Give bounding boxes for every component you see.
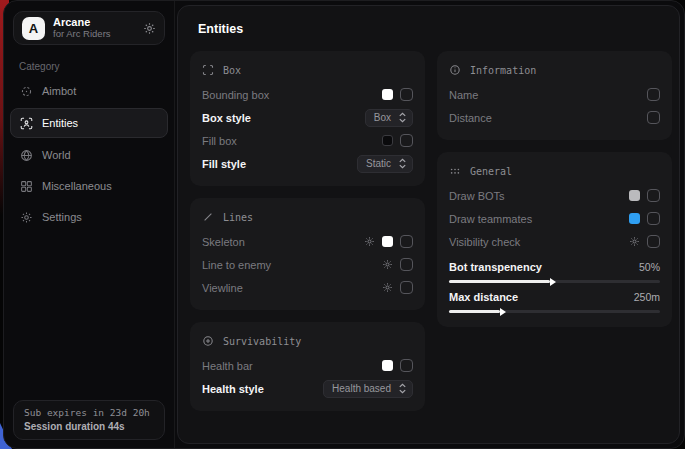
max-distance-slider[interactable] — [449, 310, 660, 313]
desktop: A Arcane for Arc Riders Category — [0, 0, 685, 449]
setting-row-viewline: Viewline — [202, 276, 413, 299]
chevron-up-down-icon — [398, 383, 407, 394]
sidebar-item-label: Entities — [42, 117, 78, 129]
setting-label: Draw BOTs — [449, 190, 505, 202]
box-corners-icon — [202, 64, 214, 76]
checkbox[interactable] — [400, 281, 413, 294]
color-swatch[interactable] — [382, 89, 393, 100]
gear-icon[interactable] — [382, 282, 393, 293]
checkbox[interactable] — [647, 212, 660, 225]
setting-row-visibility-check: Visibility check — [449, 230, 660, 253]
setting-row-line-to-enemy: Line to enemy — [202, 253, 413, 276]
section-title: Information — [470, 65, 536, 76]
gear-icon[interactable] — [629, 236, 640, 247]
gear-icon — [20, 211, 33, 224]
sidebar: A Arcane for Arc Riders Category — [4, 1, 175, 448]
sidebar-item-miscellaneous[interactable]: Miscellaneous — [10, 172, 168, 200]
bot-transparency-slider-group: Bot transpenency 50% — [449, 258, 660, 283]
brand-title: Arcane — [53, 16, 135, 29]
sidebar-item-label: Miscellaneous — [42, 180, 112, 192]
info-icon — [449, 64, 461, 76]
setting-label: Visibility check — [449, 236, 520, 248]
arcane-window: A Arcane for Arc Riders Category — [3, 0, 685, 449]
diagonal-line-icon — [202, 211, 214, 223]
slider-fill — [449, 310, 500, 313]
sidebar-item-aimbot[interactable]: Aimbot — [10, 77, 168, 105]
arcane-logo: A — [22, 17, 45, 40]
slider-fill — [449, 280, 550, 283]
setting-label: Health style — [202, 383, 264, 395]
setting-label: Viewline — [202, 282, 243, 294]
slider-label: Bot transpenency — [449, 261, 542, 273]
sidebar-nav: Aimbot Entities — [4, 77, 174, 231]
color-swatch[interactable] — [629, 213, 640, 224]
subscription-status-card: Sub expires in 23d 20h Session duration … — [13, 400, 165, 440]
slider-label: Max distance — [449, 291, 518, 303]
page-title: Entities — [198, 22, 667, 36]
gear-icon[interactable] — [143, 22, 156, 35]
brand-text: Arcane for Arc Riders — [53, 16, 135, 40]
checkbox[interactable] — [647, 235, 660, 248]
max-distance-slider-group: Max distance 250m — [449, 288, 660, 313]
setting-row-skeleton: Skeleton — [202, 230, 413, 253]
fill-style-dropdown[interactable]: Static — [357, 155, 413, 173]
sidebar-item-label: Aimbot — [42, 85, 76, 97]
sidebar-item-label: World — [42, 149, 71, 161]
setting-row-fill-box: Fill box — [202, 129, 413, 152]
right-column: Information Name Distance — [437, 51, 672, 327]
setting-label: Fill style — [202, 158, 246, 170]
setting-label: Bounding box — [202, 89, 269, 101]
checkbox[interactable] — [400, 235, 413, 248]
survivability-section: Survivability Health bar Health style — [190, 322, 425, 411]
box-style-dropdown[interactable]: Box — [365, 109, 413, 127]
brand-card: A Arcane for Arc Riders — [13, 11, 165, 45]
setting-row-name: Name — [449, 83, 660, 106]
crosshair-icon — [20, 85, 33, 98]
checkbox[interactable] — [400, 88, 413, 101]
lines-section: Lines Skeleton — [190, 198, 425, 310]
bot-transparency-slider[interactable] — [449, 280, 660, 283]
color-swatch[interactable] — [629, 190, 640, 201]
setting-row-health-style: Health style Health based — [202, 377, 413, 400]
setting-label: Health bar — [202, 360, 253, 372]
main-panel: Entities Box — [177, 5, 680, 444]
information-section: Information Name Distance — [437, 51, 672, 140]
setting-row-distance: Distance — [449, 106, 660, 129]
brand-subtitle: for Arc Riders — [53, 29, 135, 40]
slider-value: 250m — [634, 291, 660, 303]
setting-label: Box style — [202, 112, 251, 124]
color-swatch[interactable] — [382, 360, 393, 371]
health-style-dropdown[interactable]: Health based — [323, 380, 413, 398]
setting-row-bounding-box: Bounding box — [202, 83, 413, 106]
checkbox[interactable] — [647, 111, 660, 124]
setting-row-draw-teammates: Draw teammates — [449, 207, 660, 230]
sidebar-item-world[interactable]: World — [10, 141, 168, 169]
left-column: Box Bounding box Box style — [190, 51, 425, 411]
sidebar-item-entities[interactable]: Entities — [10, 108, 168, 138]
checkbox[interactable] — [647, 88, 660, 101]
gear-icon[interactable] — [364, 236, 375, 247]
setting-label: Name — [449, 89, 478, 101]
box-section: Box Bounding box Box style — [190, 51, 425, 186]
setting-label: Skeleton — [202, 236, 245, 248]
setting-label: Fill box — [202, 135, 237, 147]
sidebar-item-label: Settings — [42, 211, 82, 223]
gear-icon[interactable] — [382, 259, 393, 270]
checkbox[interactable] — [400, 134, 413, 147]
chevron-up-down-icon — [398, 158, 407, 169]
setting-row-fill-style: Fill style Static — [202, 152, 413, 175]
checkbox[interactable] — [400, 258, 413, 271]
section-title: Survivability — [223, 336, 301, 347]
sidebar-item-settings[interactable]: Settings — [10, 203, 168, 231]
chevron-up-down-icon — [398, 112, 407, 123]
checkbox[interactable] — [400, 359, 413, 372]
color-swatch[interactable] — [382, 135, 393, 146]
grid-icon — [20, 180, 33, 193]
color-swatch[interactable] — [382, 236, 393, 247]
setting-row-health-bar: Health bar — [202, 354, 413, 377]
slider-value: 50% — [639, 261, 660, 273]
setting-row-draw-bots: Draw BOTs — [449, 184, 660, 207]
sub-expiry-text: Sub expires in 23d 20h — [24, 407, 154, 418]
dots-grid-icon — [449, 165, 461, 177]
checkbox[interactable] — [647, 189, 660, 202]
